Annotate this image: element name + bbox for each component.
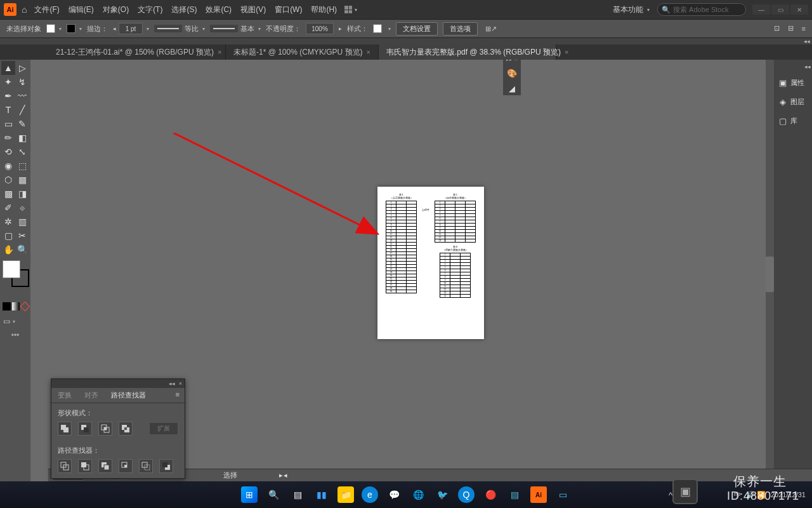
shape-builder-tool[interactable]: ⬡	[1, 173, 15, 187]
merge-button[interactable]	[98, 459, 112, 473]
taskbar-app-5[interactable]: ▭	[554, 486, 571, 503]
outline-button[interactable]	[139, 459, 153, 473]
zoom-tool[interactable]: 🔍	[15, 243, 29, 257]
color-panel-icon[interactable]: 🎨	[506, 67, 518, 79]
divide-button[interactable]	[58, 459, 72, 473]
edge-browser[interactable]: e	[362, 486, 378, 503]
panel-close-icon[interactable]: ×	[179, 380, 182, 387]
artboard-tool[interactable]: ▢	[1, 229, 15, 243]
menu-window[interactable]: 窗口(W)	[275, 4, 302, 15]
window-restore-button[interactable]: ▭	[771, 4, 789, 15]
illustrator-taskbar[interactable]: Ai	[530, 486, 547, 503]
stroke-weight[interactable]: 1 pt	[119, 23, 143, 34]
collapse-ribbon[interactable]: ◂◂	[804, 38, 810, 44]
gradient-panel-icon[interactable]: ◢	[506, 83, 518, 94]
eraser-tool[interactable]: ◧	[15, 131, 29, 145]
search-stock[interactable]: 🔍 搜索 Adobe Stock	[657, 3, 746, 16]
panel-menu-icon[interactable]: ≡	[171, 388, 185, 403]
vertical-scrollbar[interactable]	[766, 60, 774, 481]
selection-tool[interactable]: ▲	[1, 61, 15, 75]
taskbar-search[interactable]: 🔍	[265, 486, 282, 503]
perspective-tool[interactable]: ▦	[15, 173, 29, 187]
libraries-panel-button[interactable]: ▢库	[775, 114, 811, 127]
menu-object[interactable]: 对象(O)	[103, 4, 129, 15]
gradient-tool[interactable]: ◨	[15, 187, 29, 201]
stroke-swatch[interactable]	[67, 24, 75, 33]
unite-button[interactable]	[58, 422, 72, 436]
trim-button[interactable]	[78, 459, 92, 473]
scroll-right[interactable]: ◂	[284, 471, 287, 479]
menu-view[interactable]: 视图(V)	[240, 4, 266, 15]
menu-edit[interactable]: 编辑(E)	[69, 4, 94, 15]
align-tab[interactable]: 对齐	[78, 388, 105, 403]
edit-toolbar[interactable]: •••	[1, 331, 29, 340]
menu-type[interactable]: 文字(T)	[138, 4, 162, 15]
close-icon[interactable]: ×	[218, 48, 221, 56]
scale-tool[interactable]: ⤡	[15, 145, 29, 159]
taskbar-app-3[interactable]: 🔴	[482, 486, 499, 503]
window-close-button[interactable]: ✕	[790, 4, 808, 15]
taskbar-app-4[interactable]: ▤	[506, 486, 523, 503]
menu-help[interactable]: 帮助(H)	[311, 4, 337, 15]
draw-mode-icons[interactable]	[1, 302, 29, 311]
doc-tab-0[interactable]: 21-12-王鸿伟-01.ai* @ 150% (RGB/GPU 预览)×	[48, 44, 226, 60]
mesh-tool[interactable]: ▩	[1, 187, 15, 201]
paintbrush-tool[interactable]: ✎	[15, 117, 29, 131]
blend-tool[interactable]: ⟐	[15, 201, 29, 215]
properties-panel-button[interactable]: ▣属性	[775, 76, 811, 89]
menu-file[interactable]: 文件(F)	[34, 4, 59, 15]
stroke-profile[interactable]	[154, 25, 182, 32]
style-swatch[interactable]	[373, 24, 382, 33]
align-icon[interactable]: ⊞↗	[485, 25, 497, 33]
arrange-documents[interactable]: ▾	[344, 6, 357, 13]
preferences-button[interactable]: 首选项	[443, 22, 478, 36]
panel-collapse-icon[interactable]: ◂◂	[169, 380, 175, 387]
close-icon[interactable]: ×	[367, 48, 370, 56]
minus-back-button[interactable]	[159, 459, 173, 473]
rectangle-tool[interactable]: ▭	[1, 117, 15, 131]
intersect-button[interactable]	[98, 422, 112, 436]
rotate-tool[interactable]: ⟲	[1, 145, 15, 159]
fill-swatch[interactable]	[46, 24, 55, 33]
document-setup-button[interactable]: 文档设置	[396, 22, 438, 36]
fill-stroke-colors[interactable]	[3, 260, 29, 287]
taskbar-app-1[interactable]: ▮▮	[313, 486, 330, 503]
menu-effect[interactable]: 效果(C)	[206, 4, 232, 15]
transform-tab[interactable]: 变换	[51, 388, 78, 403]
chrome[interactable]: 🌐	[410, 486, 426, 503]
qq-browser[interactable]: Q	[458, 486, 475, 503]
opacity-more[interactable]: ▸	[339, 25, 342, 32]
menu-select[interactable]: 选择(S)	[171, 4, 197, 15]
symbol-sprayer-tool[interactable]: ✲	[1, 215, 15, 229]
opacity-value[interactable]: 100%	[306, 23, 334, 34]
curvature-tool[interactable]: 〰	[15, 89, 29, 103]
wechat[interactable]: 💬	[386, 486, 402, 503]
doc-tab-2[interactable]: 韦氏智力量表完整版.pdf @ 38.3% (RGB/GPU 预览)×	[379, 44, 556, 60]
brush-def[interactable]	[210, 25, 238, 32]
free-transform-tool[interactable]: ⬚	[15, 159, 29, 173]
panel-menu-icon[interactable]: ≡	[802, 25, 806, 32]
hand-tool[interactable]: ✋	[1, 243, 15, 257]
line-tool[interactable]: ╱	[15, 103, 29, 117]
task-view[interactable]: ▤	[289, 486, 306, 503]
minus-front-button[interactable]	[78, 422, 92, 436]
taskbar-app-2[interactable]: 🐦	[434, 486, 450, 503]
home-icon[interactable]: ⌂	[22, 4, 27, 15]
stroke-decrease[interactable]: ◂	[113, 25, 116, 32]
exclude-button[interactable]	[119, 422, 133, 436]
close-icon[interactable]: ×	[565, 48, 568, 56]
pen-tool[interactable]: ✒	[1, 89, 15, 103]
shaper-tool[interactable]: ✏	[1, 131, 15, 145]
crop-button[interactable]	[119, 459, 133, 473]
width-tool[interactable]: ◉	[1, 159, 15, 173]
window-minimize-button[interactable]: —	[752, 4, 770, 15]
collapse-panels[interactable]: ◂◂	[775, 64, 811, 70]
start-button[interactable]: ⊞	[241, 486, 258, 503]
scroll-left[interactable]: ▸	[279, 471, 283, 479]
arrange-icon[interactable]: ⊟	[788, 24, 797, 33]
magic-wand-tool[interactable]: ✦	[1, 75, 15, 89]
lasso-tool[interactable]: ↯	[15, 75, 29, 89]
workspace-switcher[interactable]: 基本功能 ▾	[609, 3, 653, 17]
eyedropper-tool[interactable]: ✐	[1, 201, 15, 215]
type-tool[interactable]: T	[1, 103, 15, 117]
